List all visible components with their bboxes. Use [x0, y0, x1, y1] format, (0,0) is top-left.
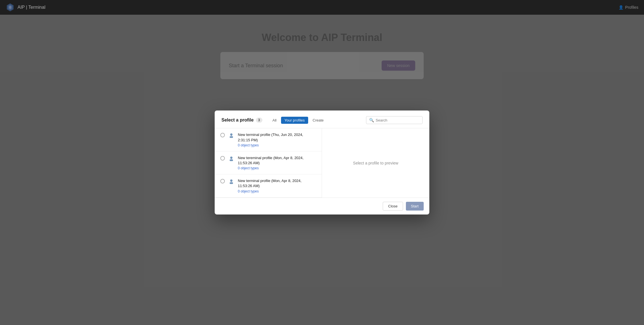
profile-meta-3: 0 object types	[238, 189, 316, 193]
tab-create[interactable]: Create	[309, 117, 327, 124]
profile-name-2: New tereminal profile (Mon, Apr 8, 2024,…	[238, 155, 316, 166]
svg-rect-5	[231, 136, 232, 136]
profile-name-1: New terminal profile (Thu, Jun 20, 2024,…	[238, 132, 316, 142]
search-box[interactable]: 🔍	[366, 116, 423, 124]
profile-count-badge: 3	[256, 118, 262, 123]
start-button[interactable]: Start	[406, 202, 424, 211]
svg-point-6	[230, 157, 232, 159]
tab-your-profiles[interactable]: Your profiles	[281, 117, 308, 124]
profile-radio-2[interactable]	[220, 156, 225, 161]
modal-title-section: Select a profile 3	[221, 118, 262, 123]
profile-item[interactable]: New terminal profile (Mon, Apr 8, 2024, …	[215, 174, 322, 197]
modal-body: New terminal profile (Thu, Jun 20, 2024,…	[215, 128, 429, 197]
profile-meta-2: 0 object types	[238, 166, 316, 170]
profile-item[interactable]: New tereminal profile (Mon, Apr 8, 2024,…	[215, 151, 322, 174]
modal-title: Select a profile	[221, 118, 254, 123]
svg-point-3	[230, 133, 232, 136]
profile-info-2: New tereminal profile (Mon, Apr 8, 2024,…	[238, 155, 316, 170]
profile-list: New terminal profile (Thu, Jun 20, 2024,…	[215, 128, 322, 197]
svg-rect-8	[231, 159, 232, 160]
close-button[interactable]: Close	[383, 202, 403, 211]
modal-header: Select a profile 3 All Your profiles Cre…	[215, 110, 429, 128]
profile-item[interactable]: New terminal profile (Thu, Jun 20, 2024,…	[215, 128, 322, 151]
svg-rect-11	[231, 182, 232, 183]
preview-text: Select a profile to preview	[353, 161, 398, 165]
profile-meta-1: 0 object types	[238, 143, 316, 147]
search-icon: 🔍	[369, 118, 374, 122]
profile-radio-3[interactable]	[220, 179, 225, 183]
tab-all[interactable]: All	[269, 117, 280, 124]
select-profile-modal: Select a profile 3 All Your profiles Cre…	[215, 110, 429, 214]
profile-icon-3	[228, 178, 234, 185]
svg-point-9	[230, 179, 232, 182]
profile-info-3: New terminal profile (Mon, Apr 8, 2024, …	[238, 178, 316, 193]
profile-info-1: New terminal profile (Thu, Jun 20, 2024,…	[238, 132, 316, 147]
profile-radio-1[interactable]	[220, 133, 225, 137]
profile-icon-2	[228, 155, 234, 162]
modal-overlay: Select a profile 3 All Your profiles Cre…	[0, 0, 644, 325]
profile-icon-1	[228, 132, 234, 138]
tab-group: All Your profiles Create	[269, 117, 327, 124]
preview-pane: Select a profile to preview	[322, 128, 429, 197]
modal-footer: Close Start	[215, 198, 429, 214]
search-input[interactable]	[376, 118, 419, 122]
profile-name-3: New terminal profile (Mon, Apr 8, 2024, …	[238, 178, 316, 188]
